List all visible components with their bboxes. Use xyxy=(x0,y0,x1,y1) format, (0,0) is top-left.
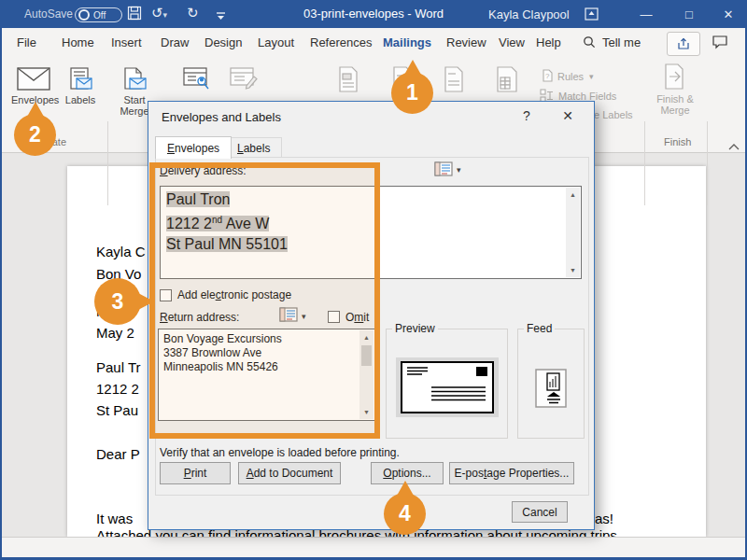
doc-text-line: It was xyxy=(96,511,133,526)
callout-step-3: 3 xyxy=(94,278,141,325)
customize-qat-icon[interactable] xyxy=(216,8,226,25)
labels-icon xyxy=(68,67,92,91)
window-title: 03-print-envelopes - Word xyxy=(261,7,486,21)
ribbon-display-options-icon[interactable] xyxy=(585,7,599,24)
title-bar: AutoSave Off ↺▾ ↻ 03-print-envelopes - W… xyxy=(0,0,747,28)
rules-icon[interactable]: ? xyxy=(542,69,554,86)
tab-design[interactable]: Design xyxy=(204,35,242,49)
tell-me-label[interactable]: Tell me xyxy=(602,35,641,49)
print-button[interactable]: Print xyxy=(160,462,231,484)
envelope-icon xyxy=(17,67,50,91)
callout-step-4: 4 xyxy=(384,493,426,535)
finish-group-label: Finish xyxy=(664,136,691,147)
share-icon xyxy=(676,37,691,50)
minimize-button[interactable]: — xyxy=(627,0,665,28)
dialog-help-button[interactable]: ? xyxy=(513,104,541,128)
group-separator xyxy=(107,121,108,205)
group-separator xyxy=(644,121,645,205)
feed-label: Feed xyxy=(524,322,555,335)
tab-insert[interactable]: Insert xyxy=(111,35,142,49)
feed-preview-icon xyxy=(535,369,567,408)
highlight-rectangle xyxy=(149,162,380,439)
rules-label[interactable]: Rules xyxy=(557,71,584,82)
doc-text-line: Kayla C xyxy=(96,244,146,259)
update-labels-label-fragment[interactable]: e Labels xyxy=(594,109,633,120)
doc-text-line: St Pau xyxy=(96,402,138,418)
tab-review[interactable]: Review xyxy=(446,35,486,49)
redo-icon[interactable]: ↻ xyxy=(187,5,199,21)
doc-text-line: 1212 2 xyxy=(96,381,139,397)
autosave-label: AutoSave xyxy=(24,7,73,21)
tab-draw[interactable]: Draw xyxy=(161,35,189,49)
preview-group: Preview xyxy=(386,329,508,439)
address-book-dropdown-icon[interactable]: ▾ xyxy=(457,165,461,175)
envelope-preview-icon xyxy=(396,357,499,417)
edit-recipient-list-icon xyxy=(230,67,258,91)
share-button[interactable] xyxy=(667,32,700,56)
callout-step-1: 1 xyxy=(391,72,433,114)
rules-dropdown-icon[interactable]: ▾ xyxy=(589,72,594,81)
envelopes-button[interactable]: Envelopes xyxy=(11,67,56,105)
word-window: { "window": { "autosave_label": "AutoSav… xyxy=(0,0,747,560)
close-button[interactable]: ✕ xyxy=(710,0,747,28)
doc-text-line: Paul Tr xyxy=(96,359,141,375)
dialog-title: Envelopes and Labels xyxy=(162,110,281,124)
window-left-border xyxy=(0,28,2,557)
finish-merge-label-2: Merge xyxy=(652,105,698,116)
tab-mailings[interactable]: Mailings xyxy=(383,35,431,49)
select-recipients-button[interactable] xyxy=(183,67,211,95)
epostage-properties-button[interactable]: E-postage Properties... xyxy=(449,462,574,484)
select-recipients-icon xyxy=(183,67,211,91)
finish-merge-icon xyxy=(663,63,687,90)
save-icon[interactable] xyxy=(127,6,142,24)
insert-merge-field-icon xyxy=(495,66,519,92)
feed-preview xyxy=(535,369,567,411)
finish-merge-button[interactable]: Finish & Merge xyxy=(652,63,698,116)
add-to-document-button[interactable]: Add to Document xyxy=(238,462,341,484)
status-bar xyxy=(0,537,747,558)
address-book-icon[interactable] xyxy=(434,161,453,179)
cancel-button[interactable]: Cancel xyxy=(512,501,568,523)
tab-view[interactable]: View xyxy=(499,35,525,49)
highlight-merge-fields-icon xyxy=(336,66,360,92)
greeting-line-icon xyxy=(442,66,466,92)
verify-message: Verify that an envelope is loaded before… xyxy=(160,446,400,459)
tab-layout[interactable]: Layout xyxy=(258,35,294,49)
svg-text:?: ? xyxy=(545,72,550,80)
dialog-tab-labels[interactable]: Labels xyxy=(225,137,282,158)
undo-icon[interactable]: ↺▾ xyxy=(151,5,167,21)
highlight-merge-fields-button[interactable] xyxy=(336,66,360,96)
greeting-line-button[interactable] xyxy=(442,66,466,96)
feed-group: Feed xyxy=(517,329,585,439)
finish-merge-label-1: Finish & xyxy=(652,93,698,105)
doc-text-line: Dear P xyxy=(96,446,140,462)
user-name: Kayla Claypool xyxy=(488,7,570,21)
tab-help[interactable]: Help xyxy=(536,35,561,49)
tab-references[interactable]: References xyxy=(310,35,372,49)
comments-icon[interactable] xyxy=(712,35,728,53)
ribbon-tab-row: File Home Insert Draw Design Layout Refe… xyxy=(0,28,747,59)
search-icon[interactable] xyxy=(583,35,596,52)
dialog-tab-envelopes[interactable]: Envelopes xyxy=(155,136,232,159)
labels-button[interactable]: Labels xyxy=(62,67,99,105)
scroll-up-icon[interactable]: ▲ xyxy=(566,188,580,202)
doc-text-line: May 2 xyxy=(96,325,134,341)
tab-file[interactable]: File xyxy=(17,35,36,49)
insert-merge-field-button[interactable] xyxy=(495,66,519,96)
doc-text-fragment: as! xyxy=(595,511,613,526)
callout-step-2: 2 xyxy=(14,114,56,156)
scroll-down-icon[interactable]: ▼ xyxy=(566,263,580,277)
autosave-state: Off xyxy=(93,10,106,21)
collapse-ribbon-icon[interactable] xyxy=(728,137,740,154)
autosave-toggle[interactable]: Off xyxy=(75,7,122,22)
toggle-knob-icon xyxy=(78,9,90,21)
maximize-button[interactable]: □ xyxy=(670,0,708,28)
envelope-preview xyxy=(396,357,499,417)
preview-label: Preview xyxy=(392,322,438,335)
dialog-close-button[interactable]: ✕ xyxy=(554,104,582,128)
labels-label: Labels xyxy=(62,94,99,105)
delivery-scrollbar[interactable]: ▲ ▼ xyxy=(566,188,580,277)
tab-home[interactable]: Home xyxy=(62,35,94,49)
start-mail-merge-icon xyxy=(121,67,148,91)
edit-recipient-list-button[interactable] xyxy=(230,67,258,95)
